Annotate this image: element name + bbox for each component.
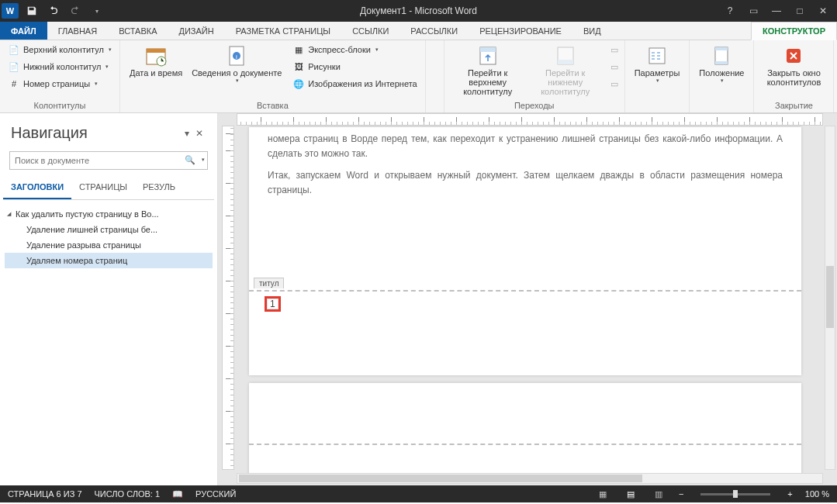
tab-home[interactable]: ГЛАВНАЯ	[47, 22, 108, 40]
tab-view[interactable]: ВИД	[572, 22, 612, 40]
position-icon	[709, 43, 734, 68]
header-label: Верхний колонтитул	[23, 45, 104, 54]
paragraph-2: Итак, запускаем Word и открываем нужный …	[268, 168, 783, 197]
footer-zone[interactable]: титул 1	[249, 290, 801, 375]
zoom-in-icon[interactable]: +	[787, 489, 792, 499]
nav-item-3[interactable]: Удаляем номера страниц	[5, 253, 213, 268]
qat-dropdown-icon[interactable]: ▾	[88, 3, 105, 19]
svg-rect-7	[480, 47, 496, 52]
page-2[interactable]	[249, 383, 801, 476]
tab-insert[interactable]: ВСТАВКА	[108, 22, 168, 40]
nav-tab-headings[interactable]: ЗАГОЛОВКИ	[3, 176, 71, 199]
nav-close-icon[interactable]: ✕	[192, 126, 206, 140]
goto-header-icon	[476, 43, 500, 68]
tab-file[interactable]: ФАЙЛ	[0, 22, 47, 40]
save-icon[interactable]	[23, 3, 40, 19]
calendar-icon	[144, 43, 168, 68]
view-web-icon[interactable]: ▥	[651, 489, 666, 499]
nav-opt-2: ▭	[607, 59, 620, 74]
date-time-button[interactable]: Дата и время	[125, 42, 187, 79]
tab-page-layout[interactable]: РАЗМЕТКА СТРАНИЦЫ	[225, 22, 341, 40]
tab-references[interactable]: ССЫЛКИ	[341, 22, 399, 40]
options-label: Параметры	[635, 68, 680, 78]
vertical-ruler[interactable]	[222, 126, 234, 470]
date-label: Дата и время	[130, 68, 182, 78]
tab-design[interactable]: ДИЗАЙН	[168, 22, 224, 40]
word-app-icon: W	[2, 3, 19, 19]
close-hf-icon	[781, 43, 806, 68]
zoom-knob[interactable]	[733, 490, 738, 498]
search-dropdown-icon[interactable]: ▾	[202, 157, 205, 163]
status-page[interactable]: СТРАНИЦА 6 ИЗ 7	[8, 489, 82, 499]
vertical-scrollbar[interactable]	[825, 126, 835, 470]
tab-designer[interactable]: КОНСТРУКТОР	[751, 22, 837, 40]
help-icon[interactable]: ?	[719, 3, 741, 19]
zoom-out-icon[interactable]: −	[679, 489, 683, 499]
header-button[interactable]: 📄Верхний колонтитул▾	[5, 42, 115, 57]
horizontal-scrollbar[interactable]	[237, 473, 823, 484]
horizontal-ruler[interactable]	[237, 113, 823, 126]
ribbon-group-options: Параметры▾	[625, 40, 690, 112]
nav-title: Навигация	[11, 124, 182, 142]
svg-rect-13	[715, 61, 728, 64]
view-print-icon[interactable]: ▤	[623, 489, 638, 499]
close-icon[interactable]: ✕	[812, 3, 834, 19]
quick-parts-button[interactable]: ▦Экспресс-блоки▾	[289, 42, 420, 57]
view-read-icon[interactable]: ▦	[595, 489, 610, 499]
position-label: Положение	[699, 68, 744, 78]
search-icon[interactable]: 🔍	[185, 155, 195, 165]
status-bar: СТРАНИЦА 6 ИЗ 7 ЧИСЛО СЛОВ: 1 📖 РУССКИЙ …	[0, 485, 837, 502]
status-words[interactable]: ЧИСЛО СЛОВ: 1	[95, 489, 161, 499]
scrollbar-thumb-v[interactable]	[826, 266, 834, 328]
nav-item-1[interactable]: Удаление лишней страницы бе...	[5, 222, 213, 237]
close-header-footer-button[interactable]: Закрыть окно колонтитулов	[759, 42, 828, 88]
status-language[interactable]: РУССКИЙ	[195, 489, 236, 499]
undo-icon[interactable]	[45, 3, 62, 19]
maximize-icon[interactable]: □	[789, 3, 811, 19]
quickparts-icon: ▦	[292, 43, 305, 56]
ribbon-group-nav-blank	[426, 40, 444, 112]
goto-header-button[interactable]: Перейти к верхнему колонтитулу	[449, 42, 527, 98]
options-button[interactable]: Параметры▾	[630, 42, 685, 85]
page-number-field[interactable]: 1	[265, 296, 281, 312]
scrollbar-thumb-h[interactable]	[239, 475, 642, 482]
nav-tab-results[interactable]: РЕЗУЛЬ	[135, 176, 183, 199]
zoom-slider[interactable]	[700, 493, 770, 495]
redo-icon[interactable]	[67, 3, 84, 19]
window-title: Документ1 - Microsoft Word	[360, 5, 477, 16]
doc-info-button[interactable]: iСведения о документе▾	[187, 42, 286, 85]
svg-rect-12	[715, 47, 728, 50]
svg-rect-1	[147, 49, 165, 53]
nav-tab-pages[interactable]: СТРАНИЦЫ	[71, 176, 135, 199]
nav-opt-1: ▭	[607, 42, 620, 57]
ribbon-group-navigation: Перейти к верхнему колонтитулу Перейти к…	[444, 40, 625, 112]
nav-dropdown-icon[interactable]: ▾	[182, 126, 192, 140]
page-number-button[interactable]: #Номер страницы▾	[5, 76, 115, 91]
online-pictures-button[interactable]: 🌐Изображения из Интернета	[289, 76, 420, 91]
nav-search: 🔍 ▾	[9, 151, 208, 170]
page-1[interactable]: номера страниц в Ворде перед тем, как пе…	[249, 127, 801, 375]
nav-item-2[interactable]: Удаление разрыва страницы	[5, 237, 213, 253]
options-icon	[645, 43, 669, 68]
ribbon-options-icon[interactable]: ▭	[742, 3, 764, 19]
header-zone[interactable]	[249, 383, 801, 445]
footer-button[interactable]: 📄Нижний колонтитул▾	[5, 59, 115, 74]
nav-item-root[interactable]: Как удалить пустую страницу в Во...	[5, 206, 213, 222]
zoom-level[interactable]: 100 %	[805, 489, 829, 499]
proofing-icon[interactable]: 📖	[172, 489, 183, 499]
nav-opt-3: ▭	[607, 76, 620, 91]
search-input[interactable]	[9, 151, 208, 170]
svg-rect-9	[558, 60, 573, 64]
footer-tag: титул	[254, 278, 284, 288]
tab-review[interactable]: РЕЦЕНЗИРОВАНИЕ	[469, 22, 572, 40]
tab-mailings[interactable]: РАССЫЛКИ	[399, 22, 469, 40]
ribbon: 📄Верхний колонтитул▾ 📄Нижний колонтитул▾…	[0, 40, 837, 113]
pagenum-label: Номер страницы	[23, 79, 90, 88]
goto-footer-icon	[553, 43, 578, 68]
pictures-button[interactable]: 🖼Рисунки	[289, 59, 420, 74]
position-button[interactable]: Положение▾	[694, 42, 749, 85]
docinfo-icon: i	[224, 43, 249, 68]
minimize-icon[interactable]: —	[766, 3, 787, 19]
pagenum-icon: #	[8, 78, 20, 90]
document-area: номера страниц в Ворде перед тем, как пе…	[218, 113, 837, 485]
